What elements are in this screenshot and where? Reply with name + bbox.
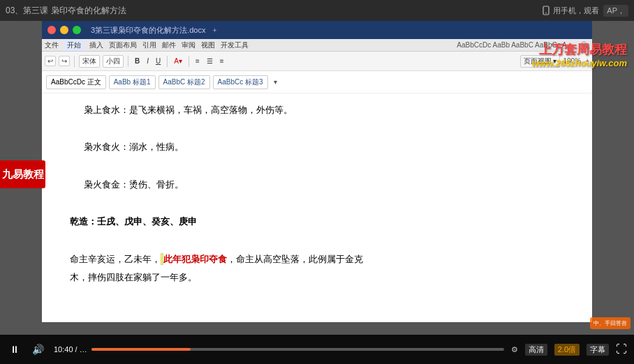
top-bar-right: 用手机，观看 AP， xyxy=(541,5,628,17)
doc-filename: 3第三课枭印夺食的化解方法.docx xyxy=(91,25,205,36)
style-h2[interactable]: AaBbC 标题2 xyxy=(158,75,210,89)
minimize-button[interactable] xyxy=(60,26,68,34)
sep3 xyxy=(167,56,168,67)
speed-button[interactable]: 2.0倍 xyxy=(554,344,580,356)
align-center-btn[interactable]: ☰ xyxy=(205,56,215,66)
doc-body: 枭上食水：是飞来横祸，车祸，高空落物，外伤等。 枭水食火：溺水，性病。 枭火食金… xyxy=(42,93,592,290)
sep2 xyxy=(128,56,128,67)
align-left-btn[interactable]: ≡ xyxy=(193,56,202,66)
page-title: 03、第三课 枭印夺食的化解方法 xyxy=(6,5,126,17)
main-container: 03、第三课 枭印夺食的化解方法 用手机，观看 AP， xyxy=(0,0,634,364)
menu-file[interactable]: 文件 xyxy=(45,40,59,50)
style-normal[interactable]: AaBbCcDc 正文 xyxy=(46,75,106,89)
mobile-button[interactable]: 用手机，观看 xyxy=(541,6,599,16)
menu-layout[interactable]: 页面布局 xyxy=(109,40,137,50)
doc-line-2 xyxy=(63,121,571,138)
progress-fill xyxy=(91,348,191,351)
doc-line-1: 枭上食水：是飞来横祸，车祸，高空落物，外伤等。 xyxy=(63,102,571,119)
time-display: 10:40 / … xyxy=(54,345,87,354)
doc-line-7: 乾造：壬戌、戊申、癸亥、庚申 xyxy=(63,213,571,231)
settings-icon[interactable]: ⚙ xyxy=(511,345,518,354)
doc-line-6 xyxy=(63,195,571,212)
redo-btn[interactable]: ↪ xyxy=(59,56,70,66)
doc-line-4 xyxy=(63,158,571,175)
doc-line-10: 木，摔伤四肢在家躺了一年多。 xyxy=(63,269,571,287)
menu-insert[interactable]: 插入 xyxy=(89,40,103,50)
underline-btn[interactable]: U xyxy=(154,56,163,66)
watermark-line1: 上万套周易教程 xyxy=(532,42,627,58)
menu-ref[interactable]: 引用 xyxy=(142,40,156,50)
font-size[interactable]: 小四 xyxy=(103,55,124,68)
quality-button[interactable]: 高清 xyxy=(525,344,547,356)
play-pause-button[interactable]: ⏸ xyxy=(7,342,22,356)
style-more[interactable]: ▾ xyxy=(274,78,277,86)
menu-mail[interactable]: 邮件 xyxy=(162,40,176,50)
menu-start[interactable]: 开始 xyxy=(64,40,84,51)
sep1 xyxy=(74,56,75,67)
doc-tab-plus[interactable]: + xyxy=(212,26,216,34)
word-window: 3第三课枭印夺食的化解方法.docx + 文件 开始 插入 页面布局 引用 邮件… xyxy=(42,21,592,322)
italic-btn[interactable]: I xyxy=(145,56,151,66)
progress-area: 10:40 / … xyxy=(54,345,504,354)
menu-view[interactable]: 视图 xyxy=(201,40,215,50)
left-badge: 九易教程 xyxy=(0,160,45,188)
subtitle-button[interactable]: 字幕 xyxy=(587,344,609,356)
font-color-btn[interactable]: A▾ xyxy=(172,56,184,66)
word-menu-bar: 文件 开始 插入 页面布局 引用 邮件 审阅 视图 开发工具 AaBbCcDc … xyxy=(42,39,592,52)
doc-line-5: 枭火食金：烫伤、骨折。 xyxy=(63,176,571,194)
progress-bar[interactable] xyxy=(91,348,504,351)
video-controls: ⏸ 🔊 10:40 / … ⚙ 高清 2.0倍 字幕 ⛶ xyxy=(0,335,634,364)
sep4 xyxy=(189,56,189,67)
fullscreen-button[interactable]: ⛶ xyxy=(616,343,627,356)
highlight-text-1: 此年犯枭印夺食 xyxy=(163,254,227,264)
doc-line-3: 枭水食火：溺水，性病。 xyxy=(63,139,571,156)
maximize-button[interactable] xyxy=(73,26,81,34)
doc-line-9: 命主辛亥运，乙未年，此年犯枭印夺食，命主从高空坠落，此例属于金克 xyxy=(63,251,571,268)
align-right-btn[interactable]: ≡ xyxy=(218,56,226,66)
watermark-line2: www.265zhouyiw.com xyxy=(532,58,627,70)
font-name[interactable]: 宋体 xyxy=(79,55,100,68)
doc-line-8 xyxy=(63,232,571,250)
doc-line-11 xyxy=(63,288,571,290)
menu-dev[interactable]: 开发工具 xyxy=(221,40,249,50)
close-button[interactable] xyxy=(47,26,56,34)
style-bar: AaBbCcDc 正文 AaBb 标题1 AaBbC 标题2 AaBbCc 标题… xyxy=(42,71,592,93)
bottom-right-info: 中、手回答首 xyxy=(590,317,631,329)
user-display: AP， xyxy=(603,5,628,17)
phone-icon xyxy=(541,6,551,15)
watermark: 上万套周易教程 www.265zhouyiw.com xyxy=(532,42,627,70)
style-h3[interactable]: AaBbCc 标题3 xyxy=(213,75,268,89)
mobile-label: 用手机，观看 xyxy=(553,6,599,16)
style-h1[interactable]: AaBb 标题1 xyxy=(109,75,156,89)
word-toolbar-row: ↩ ↪ 宋体 小四 B I U A▾ ≡ ☰ ≡ 页面视图 ▾ 100% -+ xyxy=(42,52,592,71)
bold-btn[interactable]: B xyxy=(133,56,142,66)
top-bar: 03、第三课 枭印夺食的化解方法 用手机，观看 AP， xyxy=(0,0,634,21)
menu-review[interactable]: 审阅 xyxy=(182,40,196,50)
word-title-bar: 3第三课枭印夺食的化解方法.docx + xyxy=(42,21,592,39)
content-frame: 3第三课枭印夺食的化解方法.docx + 文件 开始 插入 页面布局 引用 邮件… xyxy=(0,21,634,364)
volume-button[interactable]: 🔊 xyxy=(29,342,47,356)
undo-btn[interactable]: ↩ xyxy=(45,56,56,66)
svg-point-1 xyxy=(546,13,547,14)
